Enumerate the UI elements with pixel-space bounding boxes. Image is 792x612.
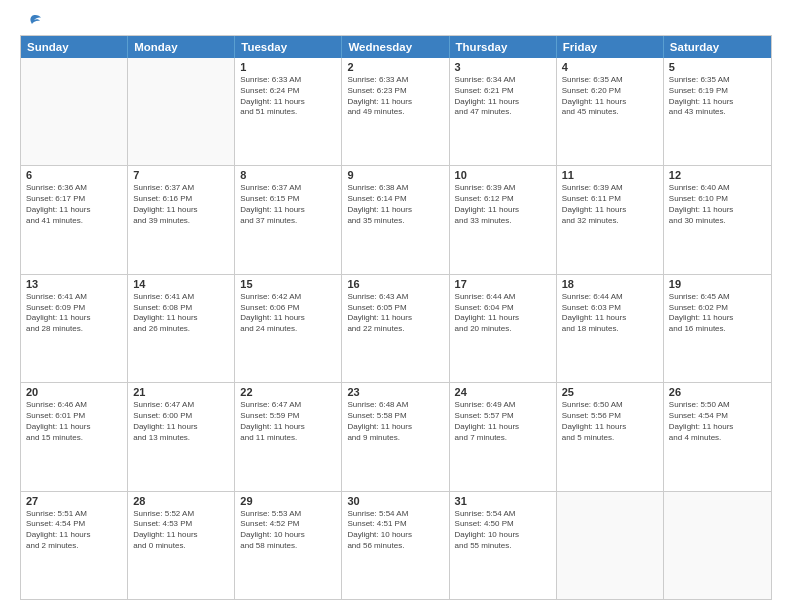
day-info-line: Sunrise: 6:40 AM	[669, 183, 766, 194]
day-number: 26	[669, 386, 766, 398]
calendar-week-4: 20Sunrise: 6:46 AMSunset: 6:01 PMDayligh…	[21, 383, 771, 491]
day-number: 22	[240, 386, 336, 398]
day-info-line: Daylight: 11 hours	[133, 205, 229, 216]
day-number: 3	[455, 61, 551, 73]
day-info-line: Sunset: 4:53 PM	[133, 519, 229, 530]
day-info-line: Daylight: 11 hours	[26, 422, 122, 433]
day-number: 13	[26, 278, 122, 290]
day-info-line: Sunrise: 6:35 AM	[669, 75, 766, 86]
day-info-line: Daylight: 10 hours	[347, 530, 443, 541]
day-info-line: Daylight: 10 hours	[240, 530, 336, 541]
calendar-day-19: 19Sunrise: 6:45 AMSunset: 6:02 PMDayligh…	[664, 275, 771, 382]
day-info-line: Daylight: 11 hours	[562, 97, 658, 108]
day-number: 27	[26, 495, 122, 507]
header	[20, 16, 772, 29]
day-info-line: and 39 minutes.	[133, 216, 229, 227]
calendar-day-23: 23Sunrise: 6:48 AMSunset: 5:58 PMDayligh…	[342, 383, 449, 490]
day-info-line: and 20 minutes.	[455, 324, 551, 335]
day-info-line: Sunset: 4:51 PM	[347, 519, 443, 530]
day-info-line: Sunset: 4:52 PM	[240, 519, 336, 530]
header-day-saturday: Saturday	[664, 36, 771, 58]
day-info-line: Daylight: 11 hours	[133, 530, 229, 541]
day-info-line: Daylight: 11 hours	[455, 313, 551, 324]
calendar-day-30: 30Sunrise: 5:54 AMSunset: 4:51 PMDayligh…	[342, 492, 449, 599]
day-info-line: Daylight: 11 hours	[562, 205, 658, 216]
day-info-line: Sunrise: 6:47 AM	[240, 400, 336, 411]
calendar-day-5: 5Sunrise: 6:35 AMSunset: 6:19 PMDaylight…	[664, 58, 771, 165]
day-info-line: Sunset: 6:00 PM	[133, 411, 229, 422]
calendar-day-24: 24Sunrise: 6:49 AMSunset: 5:57 PMDayligh…	[450, 383, 557, 490]
day-info-line: Sunrise: 6:35 AM	[562, 75, 658, 86]
day-number: 23	[347, 386, 443, 398]
day-info-line: and 35 minutes.	[347, 216, 443, 227]
calendar-empty-cell	[557, 492, 664, 599]
day-number: 17	[455, 278, 551, 290]
day-number: 28	[133, 495, 229, 507]
day-info-line: Sunrise: 5:54 AM	[347, 509, 443, 520]
day-info-line: Sunrise: 6:46 AM	[26, 400, 122, 411]
day-info-line: and 43 minutes.	[669, 107, 766, 118]
day-info-line: and 33 minutes.	[455, 216, 551, 227]
day-number: 29	[240, 495, 336, 507]
calendar-header: SundayMondayTuesdayWednesdayThursdayFrid…	[21, 36, 771, 58]
day-number: 25	[562, 386, 658, 398]
day-info-line: and 37 minutes.	[240, 216, 336, 227]
day-info-line: Sunset: 6:21 PM	[455, 86, 551, 97]
day-info-line: Sunrise: 6:43 AM	[347, 292, 443, 303]
day-info-line: Sunrise: 6:44 AM	[455, 292, 551, 303]
day-info-line: Sunrise: 6:37 AM	[240, 183, 336, 194]
day-info-line: Daylight: 11 hours	[26, 205, 122, 216]
day-number: 2	[347, 61, 443, 73]
day-number: 18	[562, 278, 658, 290]
calendar-day-11: 11Sunrise: 6:39 AMSunset: 6:11 PMDayligh…	[557, 166, 664, 273]
day-info-line: Daylight: 11 hours	[455, 205, 551, 216]
calendar-day-21: 21Sunrise: 6:47 AMSunset: 6:00 PMDayligh…	[128, 383, 235, 490]
day-info-line: Sunset: 6:15 PM	[240, 194, 336, 205]
day-info-line: Sunrise: 5:53 AM	[240, 509, 336, 520]
day-info-line: Sunrise: 5:51 AM	[26, 509, 122, 520]
day-number: 8	[240, 169, 336, 181]
day-number: 5	[669, 61, 766, 73]
day-info-line: Daylight: 11 hours	[669, 313, 766, 324]
page: SundayMondayTuesdayWednesdayThursdayFrid…	[0, 0, 792, 612]
day-info-line: Daylight: 11 hours	[347, 313, 443, 324]
day-info-line: Sunrise: 6:44 AM	[562, 292, 658, 303]
day-info-line: Daylight: 11 hours	[240, 313, 336, 324]
calendar-empty-cell	[128, 58, 235, 165]
header-day-friday: Friday	[557, 36, 664, 58]
day-number: 21	[133, 386, 229, 398]
calendar-day-8: 8Sunrise: 6:37 AMSunset: 6:15 PMDaylight…	[235, 166, 342, 273]
calendar-day-2: 2Sunrise: 6:33 AMSunset: 6:23 PMDaylight…	[342, 58, 449, 165]
day-number: 15	[240, 278, 336, 290]
day-number: 1	[240, 61, 336, 73]
day-info-line: and 7 minutes.	[455, 433, 551, 444]
calendar-day-15: 15Sunrise: 6:42 AMSunset: 6:06 PMDayligh…	[235, 275, 342, 382]
calendar-empty-cell	[21, 58, 128, 165]
day-info-line: and 30 minutes.	[669, 216, 766, 227]
calendar-day-6: 6Sunrise: 6:36 AMSunset: 6:17 PMDaylight…	[21, 166, 128, 273]
day-info-line: Sunset: 6:02 PM	[669, 303, 766, 314]
day-info-line: and 32 minutes.	[562, 216, 658, 227]
header-day-wednesday: Wednesday	[342, 36, 449, 58]
day-info-line: Sunset: 4:50 PM	[455, 519, 551, 530]
calendar-day-16: 16Sunrise: 6:43 AMSunset: 6:05 PMDayligh…	[342, 275, 449, 382]
day-info-line: Sunrise: 6:34 AM	[455, 75, 551, 86]
day-info-line: Sunset: 6:14 PM	[347, 194, 443, 205]
day-info-line: and 45 minutes.	[562, 107, 658, 118]
day-info-line: and 18 minutes.	[562, 324, 658, 335]
day-info-line: and 55 minutes.	[455, 541, 551, 552]
day-info-line: Sunset: 6:24 PM	[240, 86, 336, 97]
day-info-line: Sunset: 5:56 PM	[562, 411, 658, 422]
day-info-line: Sunset: 6:09 PM	[26, 303, 122, 314]
day-info-line: Sunrise: 6:39 AM	[455, 183, 551, 194]
day-info-line: and 15 minutes.	[26, 433, 122, 444]
day-info-line: Daylight: 11 hours	[26, 530, 122, 541]
day-number: 30	[347, 495, 443, 507]
day-info-line: Daylight: 11 hours	[347, 205, 443, 216]
logo-bird-icon	[22, 14, 42, 32]
day-info-line: Sunset: 6:08 PM	[133, 303, 229, 314]
day-info-line: Daylight: 11 hours	[455, 97, 551, 108]
day-info-line: and 22 minutes.	[347, 324, 443, 335]
calendar-day-14: 14Sunrise: 6:41 AMSunset: 6:08 PMDayligh…	[128, 275, 235, 382]
calendar-week-2: 6Sunrise: 6:36 AMSunset: 6:17 PMDaylight…	[21, 166, 771, 274]
